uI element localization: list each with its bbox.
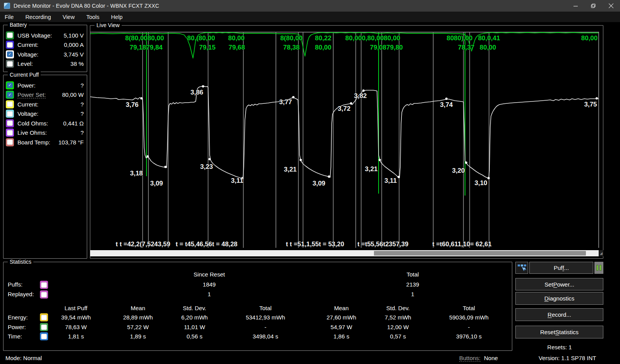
battery-row: ✓Voltage:3,745 V xyxy=(6,50,84,59)
current-puff-checkbox[interactable] xyxy=(7,111,13,117)
window-titlebar: Device Monitor - Evolv DNA 80 Color - WB… xyxy=(0,0,620,12)
stats-row-label: Energy: xyxy=(8,314,28,321)
battery-checkbox[interactable] xyxy=(7,42,13,48)
power-watt-label: 78,37 xyxy=(458,44,475,52)
stats-count-total: 1 xyxy=(411,291,414,297)
current-puff-checkbox[interactable]: ✓ xyxy=(7,82,13,88)
current-puff-row: ✓Power Set:80,00 W xyxy=(6,90,84,100)
menu-item-help[interactable]: Help xyxy=(105,12,129,22)
battery-checkbox[interactable]: ✓ xyxy=(7,52,13,57)
voltage-value-label: 3,77 xyxy=(279,98,292,106)
current-puff-series-swatch: ✓ xyxy=(6,81,14,89)
stats-count-checkbox[interactable] xyxy=(41,282,47,288)
stats-value-cell: 7,52 mWh xyxy=(385,314,411,321)
voltage-value-label: 3,74 xyxy=(440,101,453,109)
puff-time-label: t =t55,56t2357,39 xyxy=(357,240,408,248)
stats-row-checkbox[interactable] xyxy=(41,334,47,339)
voltage-value-label: 3,72 xyxy=(338,105,350,113)
battery-value: 3,745 V xyxy=(64,51,84,58)
puff-monitor-tool-button[interactable] xyxy=(515,262,528,274)
battery-checkbox[interactable] xyxy=(7,33,13,38)
stats-row-swatch xyxy=(40,313,48,321)
device-monitor-window: Device Monitor - Evolv DNA 80 Color - WB… xyxy=(0,0,620,364)
current-puff-label: Power: xyxy=(17,82,36,89)
set-power-button[interactable]: Set Power... xyxy=(515,278,603,290)
stats-row-checkbox[interactable] xyxy=(41,325,47,330)
current-puff-checkbox[interactable] xyxy=(7,101,13,107)
voltage-value-label: 3,09 xyxy=(312,180,325,187)
power-watt-label: 80,00 xyxy=(315,44,332,52)
puff-button[interactable]: Puff... xyxy=(529,262,593,274)
voltage-value-label: 3,21 xyxy=(284,166,296,173)
reset-statistics-button[interactable]: Reset Statistics xyxy=(515,326,603,338)
menu-item-file[interactable]: File xyxy=(0,12,19,22)
stats-value-cell: 0,56 s xyxy=(187,333,203,340)
data-point-marker xyxy=(208,158,211,160)
power-watt-label: 8(80,00 xyxy=(280,34,303,42)
diagnostics-button[interactable]: Diagnostics xyxy=(515,292,603,305)
chart-hscrollbar-thumb[interactable] xyxy=(374,251,586,256)
chart-hscrollbar[interactable] xyxy=(90,250,599,256)
stats-row-checkbox[interactable] xyxy=(41,315,47,320)
power-watt-label: 78,38 xyxy=(283,44,300,52)
stats-row-label: Power: xyxy=(8,324,26,330)
power-watt-label: 80,00 xyxy=(228,34,245,42)
data-point-marker xyxy=(146,155,149,158)
minimize-button[interactable] xyxy=(567,0,584,12)
restore-button[interactable] xyxy=(584,0,602,12)
stats-column-header: Mean xyxy=(131,305,145,311)
stats-column-header: Std. Dev. xyxy=(183,305,207,311)
current-puff-label: Live Ohms: xyxy=(17,129,47,136)
voltage-trace xyxy=(90,86,599,179)
current-puff-checkbox[interactable] xyxy=(7,139,13,145)
current-puff-panel: Current Puff ✓Power:?✓Power Set:80,00 WC… xyxy=(3,75,87,259)
current-puff-value: 103,78 °F xyxy=(59,139,84,146)
pause-button[interactable] xyxy=(594,262,603,274)
current-puff-label: Cold Ohms: xyxy=(17,120,48,127)
battery-checkbox[interactable] xyxy=(7,61,13,67)
record-button[interactable]: Record... xyxy=(515,308,603,321)
stats-count-label: Replayed: xyxy=(8,291,34,297)
power-watt-label: 8080),00 xyxy=(446,34,472,42)
battery-series-swatch xyxy=(6,60,14,68)
pause-icon xyxy=(596,265,601,271)
stats-column-header: Last Puff xyxy=(65,305,88,311)
voltage-value-label: 3,11 xyxy=(384,177,397,185)
power-watt-label: 80,00 xyxy=(480,44,496,52)
voltage-value-label: 3,21 xyxy=(365,165,377,173)
live-chart xyxy=(90,32,600,250)
stats-column-header: Std. Dev. xyxy=(386,305,410,311)
battery-value: 5,100 V xyxy=(64,32,84,39)
power-watt-label: 80,22 xyxy=(315,34,332,42)
menu-item-tools[interactable]: Tools xyxy=(81,12,105,22)
current-puff-label: Board Temp: xyxy=(17,139,50,146)
current-puff-label[interactable]: Power Set: xyxy=(17,91,46,98)
voltage-value-label: 3,86 xyxy=(190,89,203,96)
data-point-marker xyxy=(300,159,302,161)
stats-column-header: Total xyxy=(259,305,272,311)
stats-row-swatch xyxy=(40,323,48,331)
battery-label: Voltage: xyxy=(17,51,38,58)
stats-count-total: 2139 xyxy=(406,281,419,288)
current-puff-checkbox[interactable] xyxy=(7,130,13,136)
stats-count-checkbox[interactable] xyxy=(41,292,47,297)
current-puff-checkbox[interactable]: ✓ xyxy=(7,92,13,98)
puff-tool-icon xyxy=(518,264,526,272)
current-puff-row: ✓Power:? xyxy=(6,81,84,90)
current-puff-panel-title: Current Puff xyxy=(8,72,41,78)
data-point-marker xyxy=(465,161,467,164)
menu-item-view[interactable]: View xyxy=(57,12,80,22)
stats-value-cell: 1,81 s xyxy=(68,333,84,340)
close-button[interactable] xyxy=(602,0,620,12)
current-puff-value: 0,441 Ω xyxy=(63,120,84,127)
current-puff-label: Voltage: xyxy=(17,110,38,117)
stats-value-cell: 28,89 mWh xyxy=(123,314,153,321)
voltage-value-label: 3,10 xyxy=(474,179,487,187)
buttons-status-link[interactable]: Buttons: xyxy=(459,355,480,362)
current-puff-checkbox[interactable] xyxy=(7,120,13,126)
power-watt-label: 79,15 xyxy=(199,44,216,52)
live-view-panel-title: Live View xyxy=(95,22,122,28)
current-puff-row: Board Temp:103,78 °F xyxy=(6,137,84,147)
current-puff-series-swatch: ✓ xyxy=(6,91,14,99)
menu-item-recording[interactable]: Recording xyxy=(19,12,57,22)
